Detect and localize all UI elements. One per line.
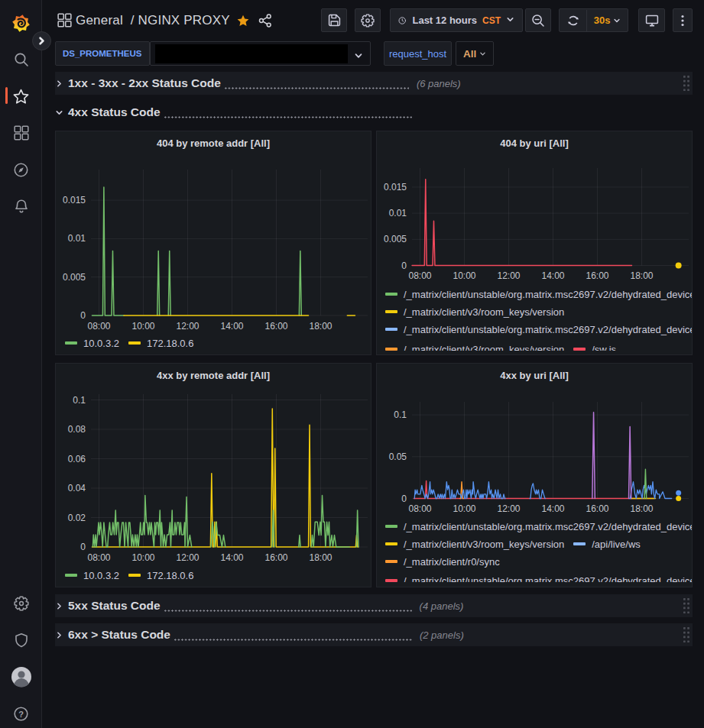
svg-text:?: ?	[18, 709, 24, 718]
